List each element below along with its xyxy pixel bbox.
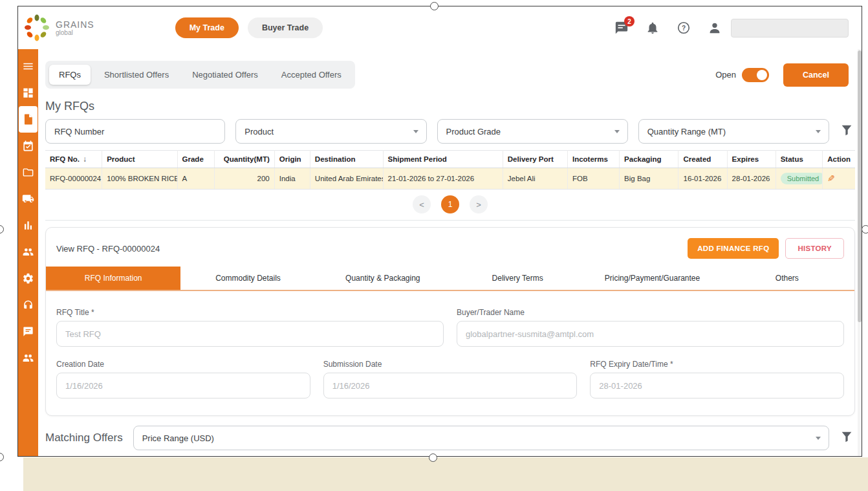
history-button[interactable]: HISTORY: [785, 238, 844, 259]
column-header-created: Created: [678, 151, 727, 168]
bar-chart-icon: [22, 219, 34, 232]
pagination: < 1 >: [45, 195, 855, 221]
add-finance-rfq-button[interactable]: ADD FINANCE RFQ: [688, 238, 779, 259]
sidebar-item-shipments[interactable]: [18, 186, 38, 212]
cell-packaging: Big Bag: [620, 168, 678, 190]
menu-icon: [22, 60, 34, 72]
cell-destination: United Arab Emirates: [310, 168, 383, 190]
view-tab-delivery-terms[interactable]: Delivery Terms: [450, 267, 585, 290]
filter-icon[interactable]: [840, 430, 855, 446]
cell-origin: India: [274, 168, 310, 190]
screenshot-canvas: GRAINS global My TradeBuyer Trade 2 ?: [0, 0, 868, 491]
column-header-rfq-no[interactable]: RFQ No.↓: [45, 151, 102, 168]
sidebar-item-dashboard[interactable]: [18, 80, 38, 106]
view-tab-commodity-details[interactable]: Commodity Details: [180, 267, 315, 290]
trade-nav: My TradeBuyer Trade: [175, 17, 323, 38]
tab-accepted-offers[interactable]: Accepted Offers: [272, 65, 351, 85]
status-badge: Submitted: [781, 173, 823, 184]
chevron-down-icon: [614, 130, 620, 133]
sidebar-item-folders[interactable]: [18, 159, 38, 186]
column-header-shipment-period: Shipment Period: [383, 151, 503, 168]
window-body: RFQsShortlisted OffersNegotiated OffersA…: [18, 49, 862, 456]
notifications-icon[interactable]: [646, 21, 660, 35]
rfq-number-input[interactable]: [54, 127, 216, 136]
column-header-status: Status: [776, 151, 823, 168]
messages-icon[interactable]: 2: [614, 21, 629, 35]
selection-handle-bottom[interactable]: [429, 453, 437, 462]
buyer-name-input[interactable]: [457, 321, 844, 347]
table-row[interactable]: RFQ-00000024100% BROKEN RICEA200IndiaUni…: [45, 168, 855, 190]
sort-down-icon: ↓: [83, 155, 87, 164]
gear-icon: [22, 272, 34, 285]
view-rfq-title: View RFQ - RFQ-00000024: [56, 244, 160, 254]
page-next-button[interactable]: >: [470, 195, 488, 213]
svg-text:?: ?: [682, 25, 686, 32]
product-select[interactable]: Product: [235, 119, 426, 144]
selection-handle-top[interactable]: [430, 2, 439, 10]
my-rfqs-title: My RFQs: [45, 100, 855, 113]
rfq-information-form: RFQ Title * Buyer/Trader Name Creation D…: [46, 291, 854, 398]
cell-grade: A: [177, 168, 215, 190]
cell-action[interactable]: ✎: [823, 168, 855, 190]
view-tab-pricing-payment-guarantee[interactable]: Pricing/Payment/Guarantee: [585, 267, 719, 290]
brand-logo[interactable]: GRAINS global: [23, 14, 94, 41]
sidebar-item-partners[interactable]: [18, 239, 38, 265]
view-tab-rfq-information[interactable]: RFQ Information: [46, 267, 180, 290]
help-icon[interactable]: ?: [677, 21, 691, 35]
scrollbar[interactable]: [858, 49, 862, 456]
view-tab-quantity-packaging[interactable]: Quantity & Packaging: [316, 267, 450, 290]
submission-date-input[interactable]: [323, 373, 578, 398]
sidebar-item-documents[interactable]: [19, 106, 38, 133]
price-range-select[interactable]: Price Range (USD): [133, 426, 829, 450]
headset-icon: [22, 299, 34, 311]
open-toggle-label: Open: [715, 70, 736, 80]
cell-rfq-no: RFQ-00000024: [45, 168, 102, 190]
column-header-delivery-port: Delivery Port: [503, 151, 567, 168]
edit-icon[interactable]: ✎: [827, 173, 835, 184]
sidebar: [18, 49, 38, 456]
column-header-origin: Origin: [274, 151, 310, 168]
tab-negotiated-offers[interactable]: Negotiated Offers: [182, 65, 268, 85]
document-icon: [22, 113, 34, 125]
sidebar-item-contacts[interactable]: [18, 345, 38, 371]
sidebar-item-messages[interactable]: [18, 318, 38, 345]
profile-field[interactable]: [731, 19, 849, 38]
people-icon: [22, 352, 34, 364]
column-header-grade: Grade: [177, 151, 215, 168]
product-grade-select[interactable]: Product Grade: [437, 119, 628, 144]
sidebar-item-tasks-calendar[interactable]: [18, 133, 38, 159]
header-icons: 2 ?: [614, 19, 849, 38]
calendar-check-icon: [22, 140, 34, 152]
page-prev-button[interactable]: <: [413, 195, 431, 213]
sidebar-item-menu[interactable]: [18, 53, 38, 80]
cell-status: Submitted: [776, 168, 823, 190]
tab-shortlisted-offers[interactable]: Shortlisted Offers: [94, 65, 179, 85]
profile-icon[interactable]: [708, 21, 722, 35]
selection-handle-bottom-left[interactable]: [0, 453, 4, 461]
column-header-expires: Expires: [727, 151, 776, 168]
column-header-quantity-mt: Quantity(MT): [215, 151, 275, 168]
open-toggle[interactable]: [742, 68, 769, 82]
page-current[interactable]: 1: [441, 195, 459, 213]
quantity-range-select[interactable]: Quantity Range (MT): [638, 119, 829, 144]
selection-handle-left[interactable]: [0, 225, 4, 234]
cancel-button[interactable]: Cancel: [783, 63, 849, 87]
cell-created: 16-01-2026: [678, 168, 727, 190]
scrollbar-thumb[interactable]: [858, 50, 862, 322]
filter-icon[interactable]: [840, 123, 855, 140]
sidebar-item-support[interactable]: [18, 292, 38, 318]
sidebar-item-reports[interactable]: [18, 212, 38, 239]
selection-handle-right[interactable]: [862, 225, 868, 234]
grains-logo-icon: [23, 14, 50, 41]
rfq-expiry-input[interactable]: [590, 373, 844, 398]
view-tab-others[interactable]: Others: [720, 267, 854, 290]
cell-shipment-period: 21-01-2026 to 27-01-2026: [383, 168, 503, 190]
tab-rfqs[interactable]: RFQs: [49, 65, 91, 85]
nav-buyer-trade[interactable]: Buyer Trade: [248, 17, 323, 38]
main-tabs: RFQsShortlisted OffersNegotiated OffersA…: [45, 61, 355, 89]
cell-delivery-port: Jebel Ali: [503, 168, 567, 190]
sidebar-item-settings[interactable]: [18, 265, 38, 292]
creation-date-input[interactable]: [56, 373, 310, 398]
nav-my-trade[interactable]: My Trade: [175, 17, 239, 38]
rfq-title-input[interactable]: [56, 321, 444, 347]
